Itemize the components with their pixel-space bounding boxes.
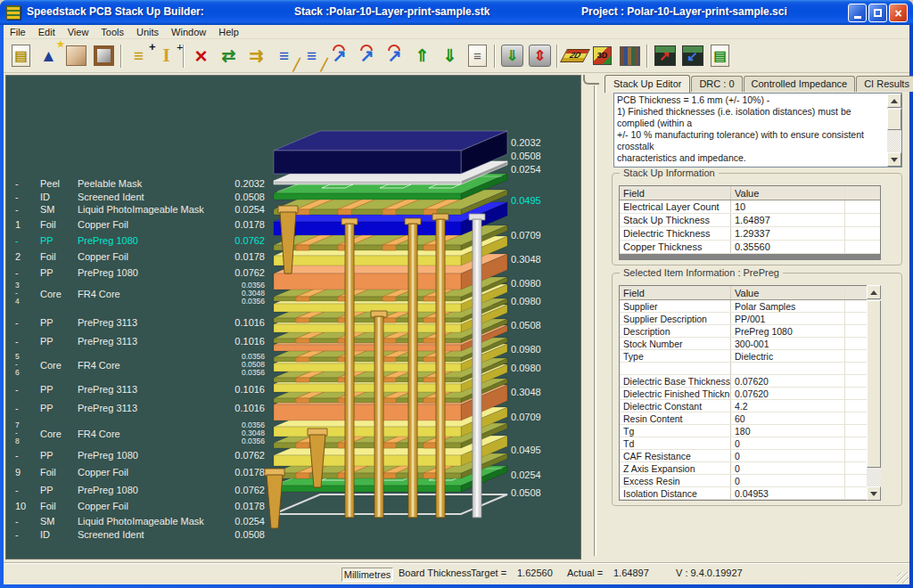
layer-row[interactable]: 5-6CoreFR4 Core0.03560.05080.0356 <box>6 353 274 377</box>
materials-library-icon <box>620 46 640 66</box>
tab-stack-up-editor[interactable]: Stack Up Editor <box>605 75 690 93</box>
stackup-viewer[interactable]: -PeelPeelable Mask0.2032-IDScreened Iden… <box>5 75 581 559</box>
table-row[interactable]: Dielectric Finished Thickness0.07620 <box>620 388 880 400</box>
tab-controlled-impedance[interactable]: Controlled Impedance <box>744 76 856 92</box>
notes-scrollbar[interactable] <box>887 94 901 167</box>
export-impedance-button[interactable]: ↙ <box>679 42 706 70</box>
scroll-thumb[interactable] <box>887 109 901 130</box>
table-row[interactable]: Electrical Layer Count10 <box>620 200 880 214</box>
table-row[interactable]: Tg180 <box>620 425 880 437</box>
table-row[interactable] <box>620 363 880 375</box>
layer-row[interactable]: 9FoilCopper Foil0.0178 <box>6 465 274 478</box>
layer-row[interactable]: -PPPrePreg 31130.1016 <box>6 334 274 347</box>
layer-row[interactable]: -IDScreened Ident0.0508 <box>6 527 274 541</box>
layer-row[interactable]: -PPPrePreg 10800.0762 <box>6 483 274 496</box>
copy-layer-button[interactable]: ⇉ <box>243 42 270 70</box>
flip-stack-button[interactable]: ↗ <box>353 42 381 70</box>
material-image-button[interactable] <box>62 42 90 70</box>
view-2d-button[interactable]: 2D <box>561 42 588 70</box>
materials-library-button[interactable] <box>616 42 644 70</box>
layer-row[interactable]: -PPPrePreg 31130.1016 <box>6 315 274 329</box>
layer-row[interactable]: -PeelPeelable Mask0.2032 <box>6 176 274 190</box>
table-row[interactable]: Dielectric Base Thickness0.07620 <box>620 375 880 388</box>
menu-file[interactable]: File <box>4 26 32 38</box>
new-stackup-button[interactable]: ▤ <box>7 42 35 70</box>
table-row[interactable]: Td0 <box>620 437 880 450</box>
layer-row[interactable]: -IDScreened Ident0.0508 <box>6 190 274 203</box>
layer-row[interactable]: -SMLiquid PhotoImageable Mask0.0254 <box>6 202 274 216</box>
menu-window[interactable]: Window <box>165 26 212 38</box>
frame-view-button[interactable] <box>90 42 118 70</box>
table-row[interactable]: Resin Content60 <box>620 412 880 425</box>
move-layer-up-icon: ⇑ <box>411 45 434 68</box>
layer-row[interactable]: 7-8CoreFR4 Core0.03560.30480.0356 <box>6 421 274 445</box>
tab-ci-results[interactable]: CI Results <box>856 76 913 92</box>
import-impedance-button[interactable]: ↗ <box>651 42 679 70</box>
resize-grip[interactable] <box>897 572 909 584</box>
table-row[interactable]: CAF Resistance0 <box>620 450 880 462</box>
scroll-thumb[interactable] <box>867 300 881 468</box>
layer-row[interactable]: -SMLiquid PhotoImageable Mask0.0254 <box>6 514 274 527</box>
table-row[interactable]: Dielectric Constant4.2 <box>620 400 880 412</box>
delete-button[interactable]: × <box>187 42 215 70</box>
layer-row[interactable]: -PPPrePreg 10800.0762 <box>6 233 274 247</box>
layer-row[interactable]: 1FoilCopper Foil0.0178 <box>6 217 274 231</box>
units-indicator[interactable]: Millimetres <box>341 568 393 582</box>
notes-box[interactable]: PCB Thickness = 1.6 mm (+/- 10%) - 1) Fi… <box>613 93 902 167</box>
table-row[interactable]: Dielectric Thickness1.29337 <box>620 227 880 241</box>
move-layer-up-button[interactable]: ⇑ <box>408 42 436 70</box>
table-row[interactable]: Copper Thickness0.35560 <box>620 241 880 254</box>
table-row[interactable]: Stock Number300-001 <box>620 338 880 350</box>
table-row[interactable]: DescriptionPrePreg 1080 <box>620 325 880 338</box>
layer-row[interactable]: 2FoilCopper Foil0.0178 <box>6 249 274 263</box>
table-row[interactable]: Excess Resin0 <box>620 475 880 487</box>
menu-tools[interactable]: Tools <box>95 26 130 38</box>
add-via-button[interactable]: I+ <box>152 42 180 70</box>
flip-bottom-button[interactable]: ↗ <box>381 42 408 70</box>
add-layer-button[interactable]: ≡+ <box>125 42 152 70</box>
layer-row[interactable]: -PPPrePreg 10800.0762 <box>6 265 274 279</box>
layer-row[interactable]: 3-4CoreFR4 Core0.03560.30480.0356 <box>6 282 274 306</box>
tab-drc-0[interactable]: DRC : 0 <box>691 76 742 92</box>
panel-splitter[interactable] <box>583 73 603 563</box>
title-bar[interactable]: Speedstack PCB Stack Up Builder: Stack :… <box>0 0 913 25</box>
expand-stack-button[interactable]: ⇕ <box>526 42 554 70</box>
view-3d-button[interactable]: 3D <box>588 42 616 70</box>
edit-stack-button[interactable]: ≡╱ <box>298 42 325 70</box>
menu-units[interactable]: Units <box>130 26 165 38</box>
minimize-button[interactable] <box>848 4 867 22</box>
rebuild-stack-button[interactable]: ⇄ <box>215 42 243 70</box>
table-row[interactable]: Z Axis Expansion0 <box>620 462 880 475</box>
stack-notes-button[interactable]: ≡ <box>464 42 491 70</box>
edit-mask-button[interactable]: ≡╱ <box>270 42 298 70</box>
stackup-wizard-button[interactable]: ▲★ <box>35 42 62 70</box>
table-row[interactable]: Supplier DescriptionPP/001 <box>620 313 880 325</box>
compress-stack-button[interactable]: ⇓ <box>498 42 526 70</box>
layer-row[interactable]: 10FoilCopper Foil0.0178 <box>6 499 274 512</box>
move-layer-down-button[interactable]: ⇓ <box>436 42 464 70</box>
arrow-down-icon <box>870 492 877 496</box>
table-row[interactable]: SupplierPolar Samples <box>620 300 880 313</box>
scroll-up-button[interactable] <box>867 285 881 299</box>
menu-edit[interactable]: Edit <box>32 26 62 38</box>
table-row[interactable]: Stack Up Thickness1.64897 <box>620 214 880 227</box>
splitter-collapse-handle[interactable] <box>583 75 599 85</box>
menu-help[interactable]: Help <box>212 26 245 38</box>
selected-item-scrollbar[interactable] <box>867 285 881 501</box>
layer-row[interactable]: -PPPrePreg 31130.1016 <box>6 401 274 414</box>
table-row[interactable]: Isolation Distance0.04953 <box>620 487 880 500</box>
scroll-down-button[interactable] <box>887 152 901 167</box>
technical-report-button[interactable]: ▤ <box>706 42 734 70</box>
layer-row[interactable]: -PPPrePreg 10800.0762 <box>6 448 274 461</box>
close-button[interactable]: × <box>889 4 908 22</box>
layer-row[interactable]: -PPPrePreg 31130.1016 <box>6 382 274 396</box>
scroll-up-button[interactable] <box>887 94 901 108</box>
copper-trace-front <box>424 245 437 250</box>
scroll-down-button[interactable] <box>867 486 881 501</box>
menu-view[interactable]: View <box>62 26 95 38</box>
maximize-button[interactable] <box>868 4 887 22</box>
table-row[interactable]: TypeDielectric <box>620 350 880 363</box>
layer-name: PrePreg 1080 <box>78 485 138 495</box>
copper-trace-front <box>382 209 396 215</box>
flip-top-button[interactable]: ↗ <box>325 42 353 70</box>
